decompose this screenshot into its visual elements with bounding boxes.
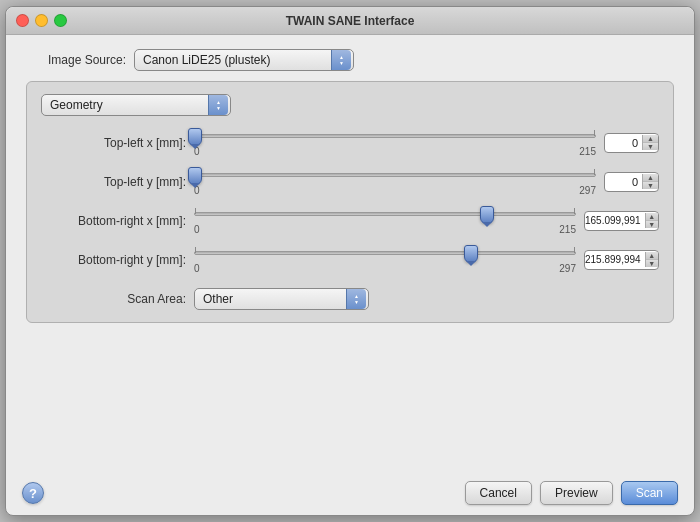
top-left-x-label: Top-left x [mm]: <box>41 136 186 150</box>
tick-start <box>195 247 196 253</box>
traffic-lights <box>16 14 67 27</box>
content-area: Image Source: Canon LiDE25 (plustek) Geo… <box>6 35 694 475</box>
title-bar: TWAIN SANE Interface <box>6 7 694 35</box>
bottom-right-x-stepper[interactable]: 165.099,991 ▲ ▼ <box>584 211 659 231</box>
bottom-right-y-bg <box>194 251 576 255</box>
scan-area-arrow[interactable] <box>346 289 366 309</box>
top-left-x-bg <box>194 134 596 138</box>
bottom-right-y-stepper[interactable]: 215.899,994 ▲ ▼ <box>584 250 659 270</box>
bottom-right-y-controls: Bottom-right y [mm]: 0 297 <box>41 245 659 274</box>
bottom-right-x-track[interactable] <box>194 206 576 222</box>
scan-area-value: Other <box>203 292 346 306</box>
tick-start <box>195 208 196 214</box>
geometry-select[interactable]: Geometry <box>41 94 231 116</box>
image-source-row: Image Source: Canon LiDE25 (plustek) <box>26 49 674 71</box>
bottom-right-x-down[interactable]: ▼ <box>646 221 658 228</box>
bottom-right-x-value: 165.099,991 <box>585 215 645 226</box>
top-left-x-controls: Top-left x [mm]: 0 215 <box>41 128 659 157</box>
bottom-right-x-min: 0 <box>194 224 200 235</box>
top-left-x-row: Top-left x [mm]: 0 215 <box>41 128 659 157</box>
geometry-panel: Geometry Top-left x [mm]: <box>26 81 674 323</box>
preview-button[interactable]: Preview <box>540 481 613 505</box>
footer: ? Cancel Preview Scan <box>6 475 694 515</box>
image-source-value: Canon LiDE25 (plustek) <box>143 53 331 67</box>
image-source-label: Image Source: <box>26 53 126 67</box>
tick-end <box>574 208 575 214</box>
help-button[interactable]: ? <box>22 482 44 504</box>
bottom-right-y-thumb[interactable] <box>464 245 478 263</box>
geometry-arrow[interactable] <box>208 95 228 115</box>
top-left-x-stepper[interactable]: 0 ▲ ▼ <box>604 133 659 153</box>
top-left-y-label: Top-left y [mm]: <box>41 175 186 189</box>
top-left-y-controls: Top-left y [mm]: 0 297 <box>41 167 659 196</box>
scan-area-row: Scan Area: Other <box>41 288 659 310</box>
footer-buttons: Cancel Preview Scan <box>465 481 678 505</box>
bottom-right-x-up[interactable]: ▲ <box>646 213 658 221</box>
tick-end <box>594 130 595 136</box>
bottom-right-x-buttons[interactable]: ▲ ▼ <box>645 213 658 228</box>
top-left-y-value: 0 <box>605 176 642 188</box>
maximize-button[interactable] <box>54 14 67 27</box>
scan-button[interactable]: Scan <box>621 481 678 505</box>
bottom-right-y-up[interactable]: ▲ <box>646 252 658 260</box>
bottom-right-x-thumb[interactable] <box>480 206 494 224</box>
top-left-y-track[interactable] <box>194 167 596 183</box>
scan-area-select[interactable]: Other <box>194 288 369 310</box>
bottom-right-y-max: 297 <box>559 263 576 274</box>
top-left-x-max: 215 <box>579 146 596 157</box>
bottom-right-x-row: Bottom-right x [mm]: 0 215 <box>41 206 659 235</box>
bottom-right-x-scale: 0 215 <box>194 224 576 235</box>
scan-area-label: Scan Area: <box>41 292 186 306</box>
tick-end <box>574 247 575 253</box>
bottom-right-y-buttons[interactable]: ▲ ▼ <box>645 252 658 267</box>
top-left-y-up[interactable]: ▲ <box>643 174 658 182</box>
window-title: TWAIN SANE Interface <box>286 14 415 28</box>
tick-end <box>594 169 595 175</box>
bottom-right-x-bg <box>194 212 576 216</box>
top-left-x-track[interactable] <box>194 128 596 144</box>
top-left-x-down[interactable]: ▼ <box>643 143 658 150</box>
top-left-y-row: Top-left y [mm]: 0 297 <box>41 167 659 196</box>
bottom-right-y-down[interactable]: ▼ <box>646 260 658 267</box>
top-left-y-bg <box>194 173 596 177</box>
top-left-x-up[interactable]: ▲ <box>643 135 658 143</box>
top-left-y-thumb[interactable] <box>188 167 202 185</box>
geometry-label: Geometry <box>50 98 208 112</box>
bottom-right-y-label: Bottom-right y [mm]: <box>41 253 186 267</box>
panel-header: Geometry <box>41 94 659 116</box>
bottom-right-x-controls: Bottom-right x [mm]: 0 215 <box>41 206 659 235</box>
top-left-x-scale: 0 215 <box>194 146 596 157</box>
bottom-right-y-row: Bottom-right y [mm]: 0 297 <box>41 245 659 274</box>
bottom-right-x-label: Bottom-right x [mm]: <box>41 214 186 228</box>
top-left-y-track-area: 0 297 <box>194 167 596 196</box>
top-left-x-track-area: 0 215 <box>194 128 596 157</box>
top-left-y-buttons[interactable]: ▲ ▼ <box>642 174 658 189</box>
minimize-button[interactable] <box>35 14 48 27</box>
top-left-y-max: 297 <box>579 185 596 196</box>
image-source-arrow[interactable] <box>331 50 351 70</box>
top-left-x-value: 0 <box>605 137 642 149</box>
top-left-x-buttons[interactable]: ▲ ▼ <box>642 135 658 150</box>
main-window: TWAIN SANE Interface Image Source: Canon… <box>5 6 695 516</box>
bottom-right-y-track[interactable] <box>194 245 576 261</box>
bottom-right-y-value: 215.899,994 <box>585 254 645 265</box>
bottom-right-y-track-area: 0 297 <box>194 245 576 274</box>
bottom-right-x-track-area: 0 215 <box>194 206 576 235</box>
image-source-select[interactable]: Canon LiDE25 (plustek) <box>134 49 354 71</box>
close-button[interactable] <box>16 14 29 27</box>
top-left-y-down[interactable]: ▼ <box>643 182 658 189</box>
bottom-right-y-min: 0 <box>194 263 200 274</box>
bottom-right-y-scale: 0 297 <box>194 263 576 274</box>
top-left-y-stepper[interactable]: 0 ▲ ▼ <box>604 172 659 192</box>
cancel-button[interactable]: Cancel <box>465 481 532 505</box>
bottom-right-x-max: 215 <box>559 224 576 235</box>
top-left-x-thumb[interactable] <box>188 128 202 146</box>
top-left-y-scale: 0 297 <box>194 185 596 196</box>
